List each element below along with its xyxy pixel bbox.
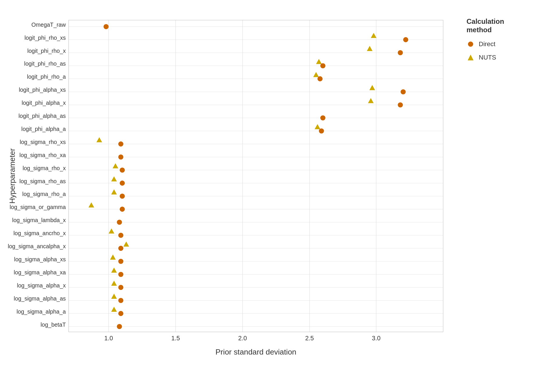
point-direct-2 (398, 50, 403, 55)
point-direct-5 (401, 89, 406, 94)
point-direct-23 (117, 324, 122, 329)
y-label-18: log_sigma_alpha_xs (14, 256, 66, 263)
y-label-16: log_sigma_ancrho_x (13, 230, 66, 237)
y-label-15: log_sigma_lambda_x (12, 217, 66, 224)
x-tick-5: 3.0 (372, 335, 380, 342)
y-label-0: OmegaT_raw (31, 21, 66, 28)
y-label-22: log_sigma_alpha_a (17, 308, 66, 315)
plot-background (69, 20, 443, 332)
point-direct-8 (319, 128, 324, 134)
y-label-8: logit_phi_alpha_a (21, 126, 66, 132)
point-direct-20 (118, 285, 124, 290)
plot-area: OmegaT_raw logit_phi_rho_xs logit_phi_rh… (0, 0, 461, 392)
x-tick-2: 1.5 (171, 335, 180, 342)
point-direct-13 (120, 194, 125, 199)
y-label-4: logit_phi_rho_a (27, 73, 66, 80)
svg-marker-27 (468, 55, 473, 60)
y-label-19: log_sigma_alpha_xa (14, 269, 66, 276)
y-label-14: log_sigma_or_gamma (10, 204, 66, 211)
point-direct-14 (120, 207, 125, 212)
y-label-7: logit_phi_alpha_as (19, 113, 66, 119)
point-direct-1 (403, 37, 408, 42)
legend-title: Calculationmethod (467, 17, 504, 34)
point-direct-17 (118, 246, 124, 251)
point-direct-21 (118, 298, 124, 303)
y-label-20: log_sigma_alpha_x (17, 282, 66, 289)
y-label-1: logit_phi_rho_xs (24, 35, 66, 41)
point-direct-15 (117, 220, 122, 225)
point-direct-7 (320, 115, 326, 121)
y-label-23: log_betaT (40, 321, 66, 328)
y-label-17: log_sigma_ancalpha_x (8, 243, 66, 250)
y-label-9: log_sigma_rho_xs (20, 139, 66, 145)
x-tick-3: 2.0 (238, 335, 247, 342)
y-axis-label: Hyperparameter (8, 148, 17, 204)
x-axis-label: Prior standard deviation (215, 348, 296, 356)
y-label-21: log_sigma_alpha_as (14, 295, 66, 302)
y-label-12: log_sigma_rho_as (19, 178, 66, 185)
legend-label-direct: Direct (479, 40, 495, 48)
x-tick-4: 2.5 (305, 335, 314, 342)
point-direct-3 (320, 63, 326, 69)
point-direct-19 (118, 272, 124, 277)
svg-point-26 (468, 42, 473, 47)
legend-item-nuts: NUTS (467, 53, 496, 62)
point-direct-11 (120, 168, 125, 173)
point-direct-9 (118, 141, 124, 147)
chart-container: OmegaT_raw logit_phi_rho_xs logit_phi_rh… (0, 0, 545, 392)
legend-item-direct: Direct (467, 40, 495, 48)
y-label-6: logit_phi_alpha_x (22, 100, 66, 106)
point-direct-6 (398, 102, 403, 107)
point-direct-10 (118, 154, 124, 160)
point-direct-0 (103, 24, 109, 29)
x-tick-1: 1.0 (104, 335, 113, 342)
y-label-5: logit_phi_alpha_xs (19, 87, 66, 93)
y-label-13: log_sigma_rho_a (22, 191, 66, 198)
direct-icon (467, 40, 475, 48)
point-direct-12 (120, 181, 125, 186)
y-label-10: log_sigma_rho_xa (19, 152, 66, 159)
legend-panel: Calculationmethod Direct NUTS (461, 0, 545, 392)
y-label-11: log_sigma_rho_x (23, 165, 66, 172)
y-label-3: logit_phi_rho_as (24, 60, 66, 67)
point-direct-18 (118, 259, 124, 264)
point-direct-4 (317, 76, 323, 82)
point-direct-22 (118, 311, 124, 316)
point-direct-16 (118, 233, 124, 238)
nuts-icon (467, 53, 475, 62)
y-label-2: logit_phi_rho_x (27, 48, 66, 54)
legend-label-nuts: NUTS (479, 54, 496, 61)
plot-svg: OmegaT_raw logit_phi_rho_xs logit_phi_rh… (0, 12, 461, 369)
